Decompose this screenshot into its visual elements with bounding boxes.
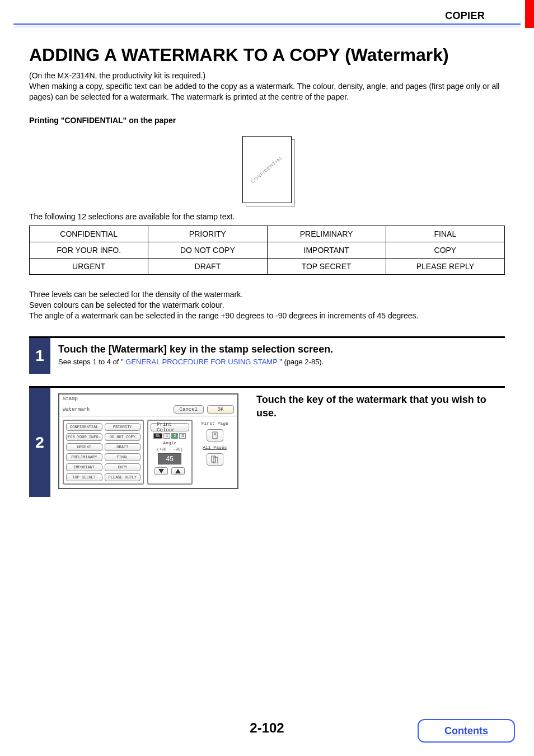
watermark-illustration: CONFIDENTIAL (242, 136, 292, 203)
density-bk-chip[interactable]: Bk (153, 433, 162, 439)
step-see-prefix: See steps 1 to 4 of " (58, 358, 124, 366)
ok-button[interactable]: OK (207, 405, 234, 414)
panel-subtitle: Watermark (63, 407, 90, 412)
print-colour-button[interactable]: Print Colour (151, 423, 189, 431)
cancel-button[interactable]: Cancel (174, 405, 204, 414)
first-page-button[interactable] (207, 429, 223, 442)
stamp-text-cell: FOR YOUR INFO. (30, 242, 148, 258)
page-title: ADDING A WATERMARK TO A COPY (Watermark) (29, 45, 505, 65)
watermark-option[interactable]: URGENT (66, 443, 102, 451)
step-see-text: See steps 1 to 4 of " GENERAL PROCEDURE … (58, 358, 497, 366)
cross-ref-link[interactable]: GENERAL PROCEDURE FOR USING STAMP (125, 358, 277, 366)
multi-page-icon (210, 456, 220, 463)
stamp-text-table: CONFIDENTIAL PRIORITY PRELIMINARY FINAL … (29, 226, 505, 275)
all-pages-label: All Pages (203, 445, 227, 450)
watermark-option[interactable]: FINAL (105, 453, 141, 461)
contents-button[interactable]: Contents (418, 719, 515, 743)
svg-marker-1 (175, 469, 181, 473)
stamp-text-cell: DO NOT COPY (148, 242, 267, 258)
colour-note: Seven colours can be selected for the wa… (29, 300, 505, 311)
stamp-text-cell: FINAL (386, 226, 504, 242)
intro-note: (On the MX-2314N, the productivity kit i… (29, 71, 505, 80)
stamp-text-cell: COPY (386, 242, 504, 258)
density-chip-selected[interactable]: 2 (171, 433, 178, 439)
step-number: 1 (29, 338, 50, 374)
selections-intro: The following 12 selections are availabl… (29, 212, 505, 221)
stamp-text-cell: CONFIDENTIAL (30, 226, 148, 242)
watermark-option[interactable]: CONFIDENTIAL (66, 423, 102, 431)
watermark-option[interactable]: IMPORTANT (66, 463, 102, 471)
angle-value: 45 (158, 453, 181, 464)
first-page-label: First Page (202, 421, 228, 426)
panel-title: Stamp (59, 395, 237, 403)
angle-range-label: (+90 ~ -90) (157, 447, 182, 452)
step-2: 2 Stamp Watermark Cancel OK (29, 386, 505, 497)
chevron-up-icon (175, 469, 181, 473)
stamp-text-cell: PLEASE REPLY (386, 258, 504, 274)
stamp-text-cell: PRELIMINARY (267, 226, 386, 242)
stamp-text-cell: PRIORITY (148, 226, 267, 242)
watermark-option[interactable]: COPY (105, 463, 141, 471)
density-chip[interactable]: 3 (179, 433, 186, 439)
watermark-option[interactable]: DRAFT (105, 443, 141, 451)
svg-rect-2 (213, 432, 217, 439)
panel-page-settings: First Page All Pages (196, 420, 234, 485)
watermark-option[interactable]: FOR YOUR INFO. (66, 433, 102, 441)
step-see-suffix: " (page 2-85). (279, 358, 324, 366)
intro-paragraph: When making a copy, specific text can be… (29, 81, 505, 102)
watermark-option[interactable]: DO NOT COPY (105, 433, 141, 441)
watermark-options-grid: CONFIDENTIAL PRIORITY FOR YOUR INFO. DO … (63, 420, 144, 485)
panel-middle-settings: Print Colour Bk 1 2 3 Angle (+90 ~ -90) (147, 420, 192, 485)
watermark-option[interactable]: TOP SECRET (66, 473, 102, 481)
svg-marker-0 (158, 469, 164, 473)
chevron-down-icon (158, 469, 164, 473)
angle-label: Angle (163, 440, 176, 445)
section-name: COPIER (445, 10, 485, 22)
step-number: 2 (29, 388, 50, 497)
step-title: Touch the [Watermark] key in the stamp s… (58, 344, 497, 355)
touch-panel-screenshot: Stamp Watermark Cancel OK CONFIDENTIAL (58, 393, 238, 489)
density-row: Bk 1 2 3 (153, 433, 186, 439)
page-number: 2-102 (250, 720, 284, 736)
stamp-text-cell: URGENT (30, 258, 148, 274)
all-pages-button[interactable] (207, 453, 223, 466)
step-1: 1 Touch the [Watermark] key in the stamp… (29, 336, 505, 374)
header-rule (13, 24, 521, 25)
example-heading: Printing "CONFIDENTIAL" on the paper (29, 116, 505, 125)
angle-down-button[interactable] (154, 467, 168, 475)
stamp-text-cell: DRAFT (148, 258, 267, 274)
density-note: Three levels can be selected for the den… (29, 289, 505, 300)
stamp-text-cell: TOP SECRET (267, 258, 386, 274)
stamp-text-cell: IMPORTANT (267, 242, 386, 258)
single-page-icon (210, 431, 220, 439)
step-title: Touch the key of the watermark that you … (256, 393, 497, 420)
density-chip[interactable]: 1 (163, 433, 170, 439)
watermark-option[interactable]: PRIORITY (105, 423, 141, 431)
accent-strip (525, 0, 534, 28)
watermark-option[interactable]: PRELIMINARY (66, 453, 102, 461)
angle-note: The angle of a watermark can be selected… (29, 311, 505, 321)
watermark-option[interactable]: PLEASE REPLY (105, 473, 141, 481)
angle-up-button[interactable] (171, 467, 185, 475)
